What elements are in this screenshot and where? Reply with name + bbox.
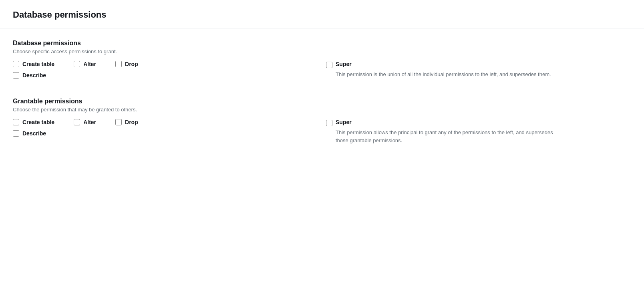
- db-drop-checkbox[interactable]: [115, 61, 122, 67]
- gr-alter-checkbox[interactable]: [74, 119, 80, 125]
- db-describe-item: Describe: [13, 72, 46, 79]
- gr-alter-item: Alter: [74, 119, 96, 125]
- gr-super-label: Super: [336, 119, 560, 125]
- db-checkbox-row-2: Describe: [13, 72, 300, 79]
- db-super-content: Super This permission is the union of al…: [336, 61, 551, 79]
- db-permissions-left: Create table Alter Drop: [13, 61, 313, 83]
- gr-alter-label: Alter: [83, 119, 96, 125]
- grantable-permissions-section: Grantable permissions Choose the permiss…: [13, 98, 631, 144]
- gr-permissions-layout: Create table Alter Drop: [13, 119, 631, 144]
- gr-drop-label: Drop: [125, 119, 138, 125]
- db-alter-label: Alter: [83, 61, 96, 67]
- page-content: Database permissions Choose specific acc…: [0, 28, 644, 170]
- gr-super-description: This permission allows the principal to …: [336, 129, 560, 144]
- gr-drop-item: Drop: [115, 119, 138, 125]
- page-container: Database permissions Database permission…: [0, 0, 644, 282]
- db-super-row: Super This permission is the union of al…: [326, 61, 631, 79]
- gr-describe-label: Describe: [22, 130, 46, 137]
- db-permissions-subtitle: Choose specific access permissions to gr…: [13, 48, 631, 54]
- db-describe-checkbox[interactable]: [13, 72, 19, 79]
- page-title: Database permissions: [13, 10, 631, 20]
- db-alter-item: Alter: [74, 61, 96, 67]
- db-permissions-right: Super This permission is the union of al…: [313, 61, 631, 83]
- page-header: Database permissions: [0, 0, 644, 28]
- db-drop-item: Drop: [115, 61, 138, 67]
- db-super-description: This permission is the union of all the …: [336, 70, 551, 79]
- gr-super-checkbox[interactable]: [326, 120, 332, 126]
- db-alter-checkbox[interactable]: [74, 61, 80, 67]
- db-super-label: Super: [336, 61, 551, 67]
- gr-permissions-title: Grantable permissions: [13, 98, 631, 105]
- database-permissions-section: Database permissions Choose specific acc…: [13, 40, 631, 83]
- gr-create-table-checkbox[interactable]: [13, 119, 19, 125]
- db-permissions-layout: Create table Alter Drop: [13, 61, 631, 83]
- gr-checkbox-row-1: Create table Alter Drop: [13, 119, 300, 125]
- db-describe-label: Describe: [22, 72, 46, 79]
- gr-permissions-right: Super This permission allows the princip…: [313, 119, 631, 144]
- gr-permissions-left: Create table Alter Drop: [13, 119, 313, 144]
- gr-super-content: Super This permission allows the princip…: [336, 119, 560, 144]
- gr-super-row: Super This permission allows the princip…: [326, 119, 631, 144]
- gr-drop-checkbox[interactable]: [115, 119, 122, 125]
- db-create-table-label: Create table: [22, 61, 54, 67]
- gr-create-table-item: Create table: [13, 119, 54, 125]
- db-create-table-item: Create table: [13, 61, 54, 67]
- gr-describe-item: Describe: [13, 130, 46, 137]
- db-drop-label: Drop: [125, 61, 138, 67]
- db-create-table-checkbox[interactable]: [13, 61, 19, 67]
- gr-create-table-label: Create table: [22, 119, 54, 125]
- db-permissions-title: Database permissions: [13, 40, 631, 47]
- gr-checkbox-row-2: Describe: [13, 130, 300, 137]
- gr-describe-checkbox[interactable]: [13, 130, 19, 137]
- gr-permissions-subtitle: Choose the permission that may be grante…: [13, 107, 631, 113]
- db-checkbox-row-1: Create table Alter Drop: [13, 61, 300, 67]
- db-super-checkbox[interactable]: [326, 62, 332, 68]
